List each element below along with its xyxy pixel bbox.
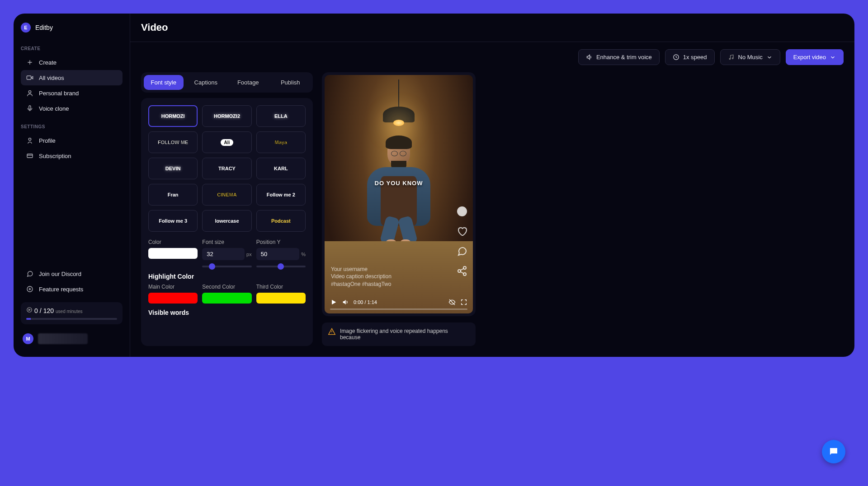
content: Font style Captions Footage Publish HORM…: [130, 65, 854, 357]
sidebar-item-subscription[interactable]: Subscription: [21, 148, 123, 164]
profile-circle-icon[interactable]: [457, 206, 467, 217]
svg-point-10: [457, 206, 467, 216]
preset-maya[interactable]: Maya: [256, 131, 306, 153]
preset-tracy[interactable]: TRACY: [202, 158, 251, 179]
btn-label: Enhance & trim voice: [596, 54, 652, 61]
nav-label: Voice clone: [39, 105, 69, 112]
preset-hormozi2[interactable]: HORMOZI2: [202, 105, 251, 127]
user-name-redacted: [38, 333, 88, 344]
preset-cinema[interactable]: CINEMA: [202, 184, 251, 206]
highlight-heading: Highlight Color: [148, 273, 306, 280]
sidebar-item-voice-clone[interactable]: Voice clone: [21, 101, 123, 116]
svg-rect-0: [27, 76, 31, 79]
sidebar-item-personal-brand[interactable]: Personal brand: [21, 85, 123, 101]
preset-hormozi[interactable]: HORMOZI: [148, 105, 198, 127]
preset-follow-me[interactable]: FOLLOW ME: [148, 131, 198, 153]
overlay-meta: Your username Video caption description …: [331, 266, 392, 288]
preset-karl[interactable]: KARL: [256, 158, 306, 179]
tab-publish[interactable]: Publish: [271, 75, 311, 90]
tab-footage[interactable]: Footage: [228, 75, 268, 90]
preset-devin[interactable]: DEVIN: [148, 158, 198, 179]
user-row[interactable]: M: [21, 330, 123, 348]
fullscreen-icon[interactable]: [460, 299, 467, 306]
second-color-swatch[interactable]: [202, 293, 251, 304]
plus-icon: [26, 59, 33, 66]
position-y-label: Position Y: [256, 239, 306, 245]
style-panel: HORMOZIHORMOZI2ELLAFOLLOW MEAliMayaDEVIN…: [141, 98, 313, 346]
sidebar-item-all-videos[interactable]: All videos: [21, 70, 123, 85]
position-y-input[interactable]: [256, 248, 300, 260]
nav-label: Feature requests: [39, 286, 83, 293]
social-icons: [457, 206, 467, 276]
left-panel: Font style Captions Footage Publish HORM…: [141, 72, 313, 346]
eye-off-icon[interactable]: [448, 299, 456, 306]
logo[interactable]: E Editby: [21, 23, 123, 33]
enhance-trim-button[interactable]: Enhance & trim voice: [578, 49, 660, 65]
third-color-swatch[interactable]: [256, 293, 306, 304]
volume-icon[interactable]: [342, 299, 349, 306]
chat-fab[interactable]: [822, 440, 845, 463]
usage-bar: [26, 318, 117, 320]
lamp-graphic: [381, 79, 417, 129]
main-color-swatch[interactable]: [148, 293, 198, 304]
heart-icon[interactable]: [457, 226, 467, 237]
sidebar-item-discord[interactable]: Join our Discord: [21, 266, 123, 281]
sidebar-item-create[interactable]: Create: [21, 55, 123, 70]
position-y-slider[interactable]: [256, 266, 306, 267]
nav-label: Profile: [39, 137, 56, 144]
comment-icon[interactable]: [457, 246, 467, 257]
warning-icon: [328, 328, 335, 335]
person-icon: [26, 89, 33, 97]
username-text: Your username: [331, 266, 392, 273]
preset-podcast[interactable]: Podcast: [256, 210, 306, 232]
preset-ella[interactable]: ELLA: [256, 105, 306, 127]
preview-panel: DO YOU KNOW Your username Video caption …: [322, 72, 476, 346]
chevron-down-icon: [766, 54, 773, 61]
sidebar-item-profile[interactable]: Profile: [21, 133, 123, 148]
page-title: Video: [141, 22, 844, 33]
nav-label: Personal brand: [39, 90, 79, 97]
share-icon[interactable]: [457, 266, 467, 276]
svg-point-13: [463, 273, 466, 276]
tabs: Font style Captions Footage Publish: [141, 72, 313, 93]
font-size-input[interactable]: [202, 248, 245, 260]
toolbar: Enhance & trim voice 1x speed No Music E…: [130, 42, 854, 65]
chevron-down-icon: [830, 54, 836, 61]
preset-ali[interactable]: Ali: [202, 131, 251, 153]
svg-point-6: [27, 308, 32, 313]
usage-used: 0: [34, 307, 38, 314]
plus-circle-icon: [26, 285, 33, 293]
tab-font-style[interactable]: Font style: [144, 75, 184, 90]
tab-captions[interactable]: Captions: [186, 75, 226, 90]
speed-icon: [673, 54, 679, 61]
font-size-control: Font size px: [202, 239, 251, 267]
preset-follow-me-2[interactable]: Follow me 2: [256, 184, 306, 206]
nav-label: Join our Discord: [39, 271, 81, 277]
nav-label: Subscription: [39, 153, 71, 159]
visible-words-heading: Visible words: [148, 309, 306, 316]
nav-label: Create: [39, 59, 57, 66]
preset-fran[interactable]: Fran: [148, 184, 198, 206]
font-size-slider[interactable]: [202, 266, 251, 267]
speed-button[interactable]: 1x speed: [665, 49, 715, 65]
sidebar: E Editby CREATE Create All videos Person…: [14, 14, 130, 357]
logo-badge: E: [21, 23, 31, 33]
music-button[interactable]: No Music: [720, 49, 780, 65]
warning-text: Image flickering and voice repeated happ…: [340, 328, 469, 341]
caption-overlay: DO YOU KNOW: [375, 180, 423, 187]
btn-label: 1x speed: [683, 54, 707, 61]
preset-follow-me-3[interactable]: Follow me 3: [148, 210, 198, 232]
second-color-control: Second Color: [202, 284, 251, 304]
usage-suffix: used minutes: [56, 309, 82, 314]
color-swatch[interactable]: [148, 248, 198, 259]
mic-icon: [26, 105, 33, 112]
sidebar-item-feature-requests[interactable]: Feature requests: [21, 281, 123, 297]
preset-lowercase[interactable]: lowercase: [202, 210, 251, 232]
chat-icon: [26, 270, 33, 277]
progress-bar[interactable]: [330, 308, 467, 310]
play-icon[interactable]: [330, 299, 337, 306]
export-button[interactable]: Export video: [786, 49, 844, 65]
btn-label: No Music: [738, 54, 763, 61]
app-shell: E Editby CREATE Create All videos Person…: [14, 14, 854, 357]
avatar: M: [23, 333, 33, 344]
